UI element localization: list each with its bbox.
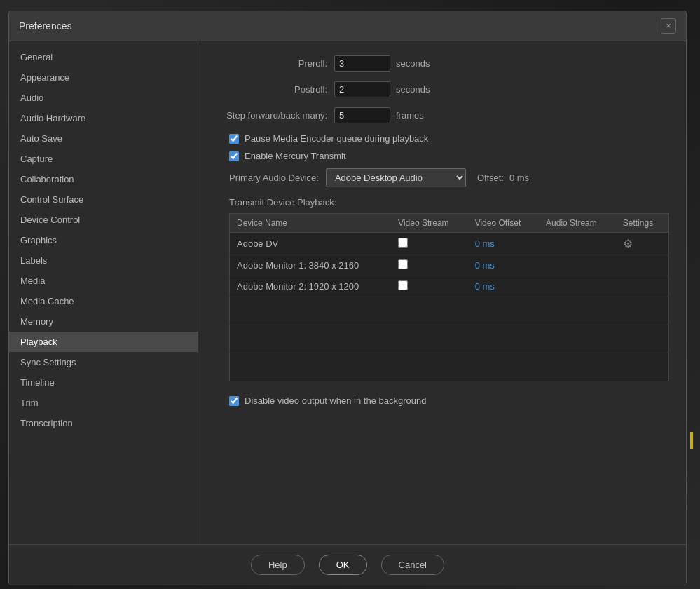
sidebar-item-device-control[interactable]: Device Control [9, 210, 198, 230]
yellow-accent [690, 432, 693, 449]
gear-icon[interactable]: ⚙ [623, 238, 633, 250]
sidebar: General Appearance Audio Audio Hardware … [9, 41, 198, 544]
table-row: Adobe Monitor 1: 3840 x 2160 0 ms [230, 255, 669, 276]
col-device-name: Device Name [230, 214, 392, 233]
cell-video-stream-1 [391, 233, 468, 255]
step-input[interactable] [334, 107, 390, 123]
pause-media-label: Pause Media Encoder queue during playbac… [245, 133, 428, 144]
cancel-button[interactable]: Cancel [381, 555, 444, 575]
sidebar-item-collaboration[interactable]: Collaboration [9, 169, 198, 189]
cell-audio-stream-3 [539, 276, 616, 297]
postroll-unit: seconds [396, 84, 430, 95]
cell-video-offset-1: 0 ms [468, 233, 539, 255]
disable-video-row: Disable video output when in the backgro… [215, 395, 669, 406]
dialog-title: Preferences [19, 20, 71, 32]
primary-audio-select[interactable]: Adobe Desktop Audio [326, 168, 466, 187]
step-row: Step forward/back many: frames [215, 107, 669, 123]
cell-device-name-1: Adobe DV [230, 233, 392, 255]
pause-media-checkbox[interactable] [229, 134, 239, 144]
sidebar-item-control-surface[interactable]: Control Surface [9, 189, 198, 210]
table-row: Adobe DV 0 ms ⚙ [230, 233, 669, 255]
cell-settings-2 [616, 255, 669, 276]
offset-label: Offset: [477, 172, 504, 183]
enable-mercury-checkbox[interactable] [229, 151, 239, 161]
cell-device-name-2: Adobe Monitor 1: 3840 x 2160 [230, 255, 392, 276]
table-row-empty [230, 297, 669, 325]
disable-video-label: Disable video output when in the backgro… [245, 395, 426, 406]
sidebar-item-labels[interactable]: Labels [9, 250, 198, 271]
enable-mercury-label: Enable Mercury Transmit [245, 151, 346, 161]
postroll-row: Postroll: seconds [215, 81, 669, 97]
help-button[interactable]: Help [251, 555, 305, 575]
table-row-empty [230, 353, 669, 381]
sidebar-item-trim[interactable]: Trim [9, 393, 198, 413]
preroll-input[interactable] [334, 55, 390, 72]
sidebar-item-audio[interactable]: Audio [9, 88, 198, 108]
sidebar-item-audio-hardware[interactable]: Audio Hardware [9, 108, 198, 128]
sidebar-item-playback[interactable]: Playback [9, 332, 198, 352]
sidebar-item-appearance[interactable]: Appearance [9, 67, 198, 88]
table-header-row: Device Name Video Stream Video Offset Au… [230, 214, 669, 233]
sidebar-item-capture[interactable]: Capture [9, 149, 198, 169]
col-audio-stream: Audio Stream [539, 214, 616, 233]
sidebar-item-timeline[interactable]: Timeline [9, 372, 198, 393]
step-unit: frames [396, 110, 424, 121]
title-bar: Preferences × [9, 11, 686, 41]
primary-audio-label: Primary Audio Device: [229, 172, 319, 183]
enable-mercury-row: Enable Mercury Transmit [215, 151, 669, 161]
sidebar-item-general[interactable]: General [9, 47, 198, 67]
video-stream-checkbox-3[interactable] [398, 280, 408, 290]
preroll-unit: seconds [396, 58, 430, 69]
postroll-input[interactable] [334, 81, 390, 97]
right-panel: Preroll: seconds Postroll: seconds Step … [198, 41, 686, 544]
cell-settings-3 [616, 276, 669, 297]
cell-settings-1: ⚙ [616, 233, 669, 255]
preferences-dialog: Preferences × General Appearance Audio A… [8, 11, 687, 585]
transmit-device-label: Transmit Device Playback: [215, 197, 669, 208]
table-row-empty [230, 325, 669, 353]
sidebar-item-transcription[interactable]: Transcription [9, 413, 198, 433]
cell-device-name-3: Adobe Monitor 2: 1920 x 1200 [230, 276, 392, 297]
cell-video-offset-2: 0 ms [468, 255, 539, 276]
pause-media-row: Pause Media Encoder queue during playbac… [215, 133, 669, 144]
postroll-label: Postroll: [215, 84, 334, 95]
preroll-label: Preroll: [215, 58, 334, 69]
device-table: Device Name Video Stream Video Offset Au… [229, 213, 669, 381]
disable-video-checkbox[interactable] [229, 396, 239, 406]
cell-video-stream-3 [391, 276, 468, 297]
cell-video-stream-2 [391, 255, 468, 276]
preroll-row: Preroll: seconds [215, 55, 669, 72]
sidebar-item-sync-settings[interactable]: Sync Settings [9, 352, 198, 372]
cell-video-offset-3: 0 ms [468, 276, 539, 297]
cell-audio-stream-2 [539, 255, 616, 276]
close-button[interactable]: × [661, 18, 676, 34]
sidebar-item-media-cache[interactable]: Media Cache [9, 291, 198, 311]
button-bar: Help OK Cancel [9, 544, 686, 585]
video-stream-checkbox-1[interactable] [398, 238, 408, 248]
sidebar-item-graphics[interactable]: Graphics [9, 230, 198, 250]
table-row: Adobe Monitor 2: 1920 x 1200 0 ms [230, 276, 669, 297]
offset-value: 0 ms [509, 172, 529, 183]
ok-button[interactable]: OK [319, 555, 367, 575]
cell-audio-stream-1 [539, 233, 616, 255]
video-stream-checkbox-2[interactable] [398, 259, 408, 269]
col-video-offset: Video Offset [468, 214, 539, 233]
step-label: Step forward/back many: [215, 110, 334, 121]
sidebar-item-auto-save[interactable]: Auto Save [9, 128, 198, 149]
sidebar-item-media[interactable]: Media [9, 271, 198, 291]
audio-device-row: Primary Audio Device: Adobe Desktop Audi… [215, 168, 669, 187]
col-video-stream: Video Stream [391, 214, 468, 233]
main-content: General Appearance Audio Audio Hardware … [9, 41, 686, 544]
sidebar-item-memory[interactable]: Memory [9, 311, 198, 332]
col-settings: Settings [616, 214, 669, 233]
